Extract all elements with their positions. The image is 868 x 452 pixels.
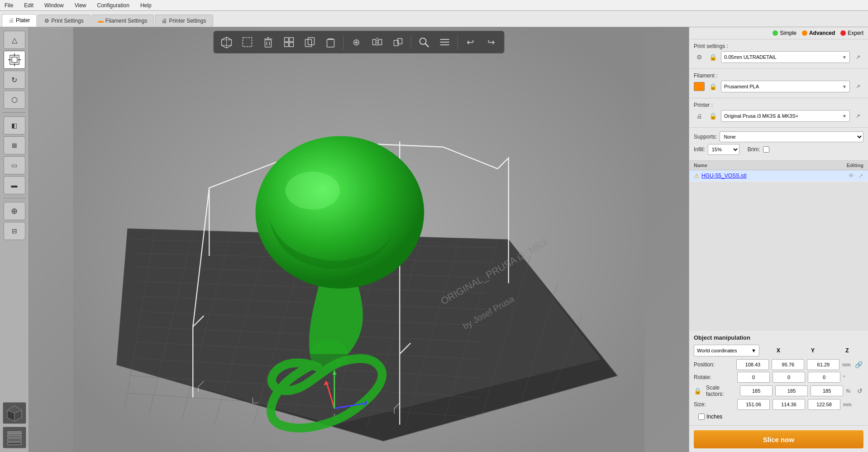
- viewport-toolbar: ⊕ ↩ ↪: [214, 31, 505, 53]
- print-lock-btn[interactable]: 🔒: [707, 52, 718, 63]
- printer-value: Original Prusa i3 MK3S & MK3S+: [724, 113, 798, 119]
- tool-rotate[interactable]: ↻: [4, 71, 25, 89]
- svg-rect-24: [285, 38, 289, 42]
- scale-reset-btn[interactable]: ↺: [856, 386, 863, 395]
- tab-plater[interactable]: 🖨 Plater: [2, 14, 37, 27]
- printer-section: Printer : 🖨 🔒 Original Prusa i3 MK3S & M…: [689, 98, 868, 128]
- menu-edit[interactable]: Edit: [21, 1, 36, 10]
- coordinates-dropdown[interactable]: World coordinates ▼: [694, 345, 759, 356]
- tool-layers-bottom[interactable]: [3, 427, 26, 448]
- position-z-input[interactable]: [807, 359, 839, 370]
- toolbar-separator-2: [3, 198, 25, 198]
- tab-filament-settings[interactable]: ▬ Filament Settings: [91, 14, 154, 27]
- scale-lock-icon[interactable]: 🔒: [694, 387, 701, 394]
- vp-btn-paste[interactable]: [322, 33, 340, 51]
- object-name-hgu55[interactable]: HGU-55_VOSS.stl: [701, 173, 746, 179]
- size-z-input[interactable]: [808, 399, 840, 410]
- filament-color-swatch[interactable]: [694, 82, 705, 91]
- vp-btn-arrange[interactable]: [280, 33, 298, 51]
- 3d-scene[interactable]: ORIGINAL_PRUSA i3_MK3 by Josef Prusa: [29, 27, 689, 452]
- left-toolbar: △ ↻ ⬡ ◧ ⊠ ▭ ▬ ⊕ ⊟: [0, 27, 29, 452]
- object-row-hgu55[interactable]: ⚠ HGU-55_VOSS.stl 👁 ↗: [689, 170, 868, 182]
- tool-move[interactable]: [4, 51, 25, 69]
- vp-btn-select-box[interactable]: [238, 33, 257, 51]
- xyz-headers: X Y Z: [762, 347, 863, 354]
- menu-configuration[interactable]: Configuration: [95, 1, 132, 10]
- supports-label: Supports:: [694, 134, 717, 140]
- printer-dropdown-row: 🖨 🔒 Original Prusa i3 MK3S & MK3S+ ▼ ↗: [694, 110, 863, 122]
- svg-rect-10: [8, 432, 21, 434]
- rotate-z-input[interactable]: [808, 372, 840, 383]
- vp-btn-search[interactable]: [415, 33, 433, 51]
- tool-seam[interactable]: ▬: [4, 176, 25, 194]
- brim-checkbox[interactable]: [763, 146, 769, 153]
- position-link-btn[interactable]: 🔗: [854, 360, 863, 369]
- toolbar-separator-1: [3, 112, 25, 113]
- vp-btn-delete[interactable]: [259, 33, 277, 51]
- svg-rect-13: [8, 442, 21, 445]
- print-settings-icon-btn[interactable]: ⚙: [694, 52, 705, 63]
- tool-view-3d-bottom[interactable]: [3, 402, 26, 424]
- vp-btn-add-shape[interactable]: ⊕: [348, 33, 366, 51]
- inches-checkbox[interactable]: [698, 414, 705, 420]
- printer-lock-btn[interactable]: 🔒: [707, 111, 718, 121]
- vp-btn-redo[interactable]: ↪: [482, 33, 501, 51]
- size-y-input[interactable]: [773, 399, 805, 410]
- vp-btn-split[interactable]: [368, 33, 386, 51]
- z-header: Z: [831, 347, 863, 354]
- vp-btn-add-cube[interactable]: [218, 33, 236, 51]
- scale-label: Scale factors:: [706, 385, 737, 397]
- menu-window[interactable]: Window: [42, 1, 67, 10]
- vp-btn-clone[interactable]: [389, 33, 407, 51]
- scale-x-input[interactable]: [740, 385, 773, 396]
- rotate-x-input[interactable]: [737, 372, 770, 383]
- mode-expert[interactable]: Expert: [840, 30, 863, 36]
- eye-icon[interactable]: 👁: [848, 172, 854, 179]
- filament-dropdown[interactable]: Prusament PLA ▼: [721, 81, 850, 92]
- menu-view[interactable]: View: [72, 1, 89, 10]
- menu-help[interactable]: Help: [138, 1, 154, 10]
- scale-y-input[interactable]: [775, 385, 808, 396]
- mode-advanced[interactable]: Advanced: [802, 30, 835, 36]
- tool-fdm[interactable]: ⊠: [4, 136, 25, 154]
- size-unit: mm: [843, 402, 852, 407]
- tool-view3d[interactable]: ⊟: [4, 222, 25, 240]
- object-manipulation: Object manipulation World coordinates ▼ …: [689, 331, 868, 425]
- tab-printer-settings[interactable]: 🖨 Printer Settings: [155, 14, 213, 27]
- rotate-row: Rotate: °: [694, 372, 863, 383]
- scale-z-input[interactable]: [811, 385, 843, 396]
- menu-file[interactable]: File: [2, 1, 16, 10]
- filament-edit-btn[interactable]: ↗: [853, 81, 863, 92]
- size-x-input[interactable]: [737, 399, 770, 410]
- svg-rect-18: [243, 38, 252, 47]
- vp-btn-undo[interactable]: ↩: [462, 33, 480, 51]
- position-x-input[interactable]: [736, 359, 769, 370]
- vp-btn-copy[interactable]: [301, 33, 319, 51]
- tool-support[interactable]: ⊕: [4, 202, 25, 220]
- vp-btn-layers[interactable]: [436, 33, 454, 51]
- viewport[interactable]: ⊕ ↩ ↪: [29, 27, 689, 452]
- slice-now-button[interactable]: Slice now: [694, 430, 863, 448]
- supports-select[interactable]: None: [720, 131, 863, 142]
- position-y-input[interactable]: [772, 359, 804, 370]
- rotate-y-input[interactable]: [773, 372, 805, 383]
- tool-scale[interactable]: ⬡: [4, 91, 25, 109]
- tool-select[interactable]: △: [4, 31, 25, 49]
- inches-label: Inches: [706, 414, 722, 420]
- print-settings-dropdown[interactable]: 0.05mm ULTRADETAIL ▼: [721, 51, 850, 63]
- print-settings-edit-btn[interactable]: ↗: [853, 52, 863, 63]
- infill-select[interactable]: 15% 20% 25%: [708, 144, 739, 155]
- tool-cut[interactable]: ◧: [4, 116, 25, 135]
- printer-icon-btn[interactable]: 🖨: [694, 111, 705, 121]
- rotate-unit: °: [843, 375, 852, 380]
- advanced-dot: [802, 30, 807, 36]
- print-settings-label: Print settings :: [694, 43, 728, 49]
- filament-lock-btn[interactable]: 🔒: [707, 81, 718, 92]
- edit-icon[interactable]: ↗: [858, 172, 863, 179]
- printer-dropdown[interactable]: Original Prusa i3 MK3S & MK3S+ ▼: [721, 110, 850, 122]
- tool-hollow[interactable]: ▭: [4, 156, 25, 174]
- printer-settings-icon: 🖨: [162, 18, 167, 24]
- tab-print-settings[interactable]: ⚙ Print Settings: [38, 14, 90, 27]
- mode-simple[interactable]: Simple: [773, 30, 796, 36]
- printer-edit-btn[interactable]: ↗: [853, 111, 863, 121]
